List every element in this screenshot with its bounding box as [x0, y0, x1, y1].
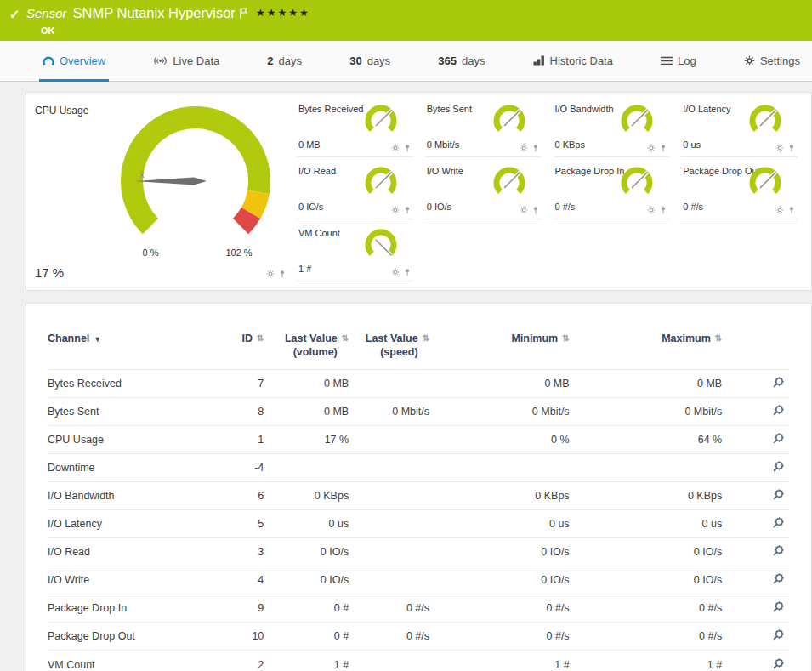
channel-name: VM Count [48, 651, 192, 671]
gear-icon[interactable] [775, 206, 784, 214]
channel-settings-icon[interactable] [772, 572, 785, 585]
channel-name: Bytes Sent [48, 398, 192, 426]
col-header-actions [722, 326, 790, 370]
sort-icon[interactable]: ⇅ [342, 333, 349, 343]
gauge-dial [747, 102, 784, 139]
last-value-speed [349, 651, 429, 671]
last-value-speed: 0 #/s [349, 594, 429, 623]
last-value-volume: 0 IO/s [264, 566, 349, 594]
pin-icon[interactable] [531, 206, 540, 214]
gear-icon[interactable] [391, 144, 400, 152]
sort-desc-icon[interactable]: ▼ [94, 335, 101, 344]
gauge-label: I/O Write [427, 166, 463, 176]
pin-icon[interactable] [787, 206, 796, 214]
gauge-dial [362, 164, 400, 202]
gear-icon[interactable] [520, 206, 528, 214]
col-header-minimum[interactable]: Minimum ⇅ [429, 326, 570, 370]
sort-icon[interactable]: ⇅ [423, 333, 429, 343]
gauge-label: I/O Read [298, 166, 336, 176]
channel-settings-icon[interactable] [772, 516, 785, 529]
tab-settings[interactable]: Settings [744, 41, 800, 81]
status-check-icon: ✓ [9, 7, 20, 22]
channel-name: I/O Read [48, 538, 192, 566]
col-header-last-value-speed[interactable]: Last Value (speed) ⇅ [349, 326, 429, 370]
priority-stars[interactable]: ★★★★★ [256, 7, 310, 19]
last-value-speed: 0 #/s [349, 623, 429, 651]
maximum-value: 0 Mbit/s [570, 398, 723, 426]
minimum-value: 0 IO/s [429, 566, 570, 594]
maximum-value: 0 #/s [570, 594, 723, 623]
table-row: I/O Latency50 us0 us0 us [48, 510, 790, 538]
log-lines-icon [661, 56, 673, 65]
pin-icon[interactable] [787, 144, 796, 152]
pin-icon[interactable] [659, 206, 667, 214]
channel-settings-icon[interactable] [772, 376, 785, 389]
tab-2-days[interactable]: 2 days [267, 41, 302, 81]
col-header-channel[interactable]: Channel ▼ [48, 326, 192, 370]
col-header-label: Minimum [511, 333, 558, 344]
channel-settings-icon[interactable] [772, 628, 785, 641]
gear-icon[interactable] [391, 206, 400, 214]
maximum-value: 0 KBps [570, 482, 723, 510]
gauge-label: I/O Bandwidth [555, 104, 614, 114]
channel-id: 6 [192, 482, 264, 510]
cpu-gauge-dial: x̄ [98, 96, 293, 266]
sort-icon[interactable]: ⇅ [562, 333, 569, 343]
gear-icon[interactable] [391, 268, 400, 276]
gauge-cell-actions [647, 144, 667, 152]
flag-icon[interactable] [240, 8, 247, 19]
tab-30-days[interactable]: 30 days [349, 41, 390, 81]
gauge-value: 0 MB [298, 139, 321, 150]
channel-id: 9 [192, 594, 264, 623]
channel-table-body: Bytes Received70 MB0 MB0 MBBytes Sent80 … [48, 370, 790, 671]
gauge-label: VM Count [298, 228, 340, 238]
gauge-cell: I/O Latency0 us [681, 95, 798, 157]
col-header-last-value-volume[interactable]: Last Value (volume) ⇅ [264, 326, 349, 370]
pin-icon[interactable] [403, 144, 412, 152]
tab-365-days[interactable]: 365 days [438, 41, 485, 81]
col-header-id[interactable]: ID ⇅ [192, 326, 264, 370]
maximum-value: 0 IO/s [570, 538, 723, 566]
channel-name: I/O Latency [48, 510, 192, 538]
tab-live-data[interactable]: Live Data [153, 41, 219, 81]
tab-label: days [462, 54, 485, 67]
gauge-cell: Bytes Sent0 Mbit/s [425, 95, 542, 157]
gear-icon[interactable] [775, 144, 784, 152]
channel-name: I/O Write [48, 566, 192, 594]
channel-settings-icon[interactable] [772, 600, 785, 613]
last-value-speed [349, 370, 429, 398]
maximum-value: 1 # [570, 651, 723, 671]
gauge-label: Package Drop In [555, 166, 625, 176]
sort-icon[interactable]: ⇅ [257, 333, 264, 343]
minimum-value: 0 #/s [429, 623, 570, 651]
channel-settings-icon[interactable] [772, 657, 785, 670]
channel-name: Package Drop In [48, 594, 192, 623]
gear-icon[interactable] [647, 144, 656, 152]
channel-settings-icon[interactable] [772, 432, 785, 445]
gear-icon[interactable] [647, 206, 656, 214]
gauge-cell: I/O Bandwidth0 KBps [554, 95, 670, 157]
pin-icon[interactable] [531, 144, 540, 152]
col-header-maximum[interactable]: Maximum ⇅ [570, 326, 723, 370]
channel-settings-icon[interactable] [772, 404, 785, 417]
sort-icon[interactable]: ⇅ [715, 333, 722, 343]
entity-type-label: Sensor [26, 6, 67, 20]
gear-icon[interactable] [266, 270, 275, 278]
pin-icon[interactable] [403, 268, 412, 276]
table-row: I/O Write40 IO/s0 IO/s0 IO/s [48, 566, 790, 594]
gauge-value: 17 % [35, 265, 64, 280]
gear-icon[interactable] [520, 144, 528, 152]
minimum-value: 1 # [429, 651, 570, 671]
channel-settings-icon[interactable] [772, 460, 785, 473]
tab-log[interactable]: Log [661, 41, 696, 81]
channel-settings-icon[interactable] [772, 488, 785, 501]
table-row: Package Drop In90 #0 #/s0 #/s0 #/s [48, 594, 790, 623]
pin-icon[interactable] [659, 144, 667, 152]
tab-historic-data[interactable]: Historic Data [533, 41, 613, 81]
pin-icon[interactable] [403, 206, 412, 214]
channel-settings-icon[interactable] [772, 544, 785, 557]
last-value-volume: 0 MB [264, 370, 349, 398]
tab-overview[interactable]: Overview [43, 41, 105, 81]
pin-icon[interactable] [278, 270, 287, 278]
channel-name: Package Drop Out [48, 623, 192, 651]
